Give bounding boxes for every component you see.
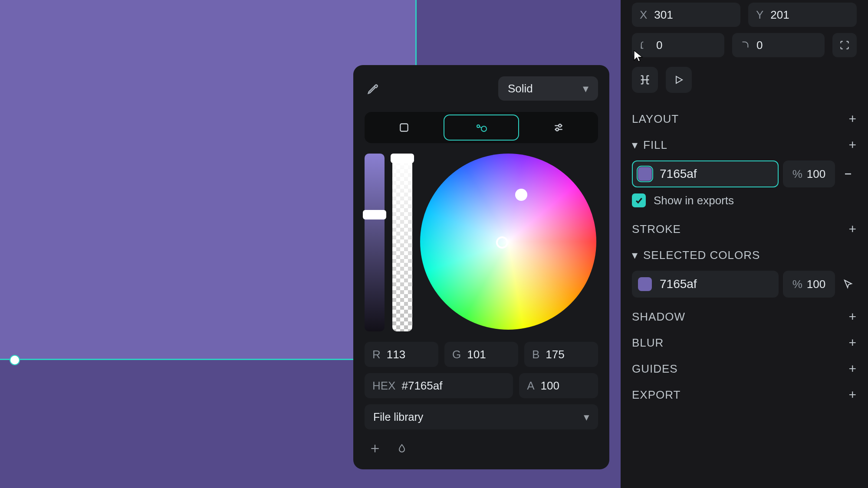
sliders-icon [552,122,565,133]
play-icon [674,75,684,85]
layout-title: LAYOUT [632,112,679,126]
picker-tab-square[interactable] [367,115,441,141]
color-wheel[interactable] [420,154,596,330]
fill-opacity-input[interactable]: % 100 [783,160,835,187]
shadow-title: SHADOW [632,310,685,324]
corner-radius-value: 0 [756,39,763,52]
guides-title: GUIDES [632,362,678,376]
minus-icon [843,169,853,179]
add-swatch-button[interactable] [367,441,383,456]
rotation-field[interactable]: 0 [632,33,724,57]
y-field[interactable]: Y 201 [748,3,857,27]
selected-colors-section-header[interactable]: ▾ SELECTED COLORS [632,242,857,268]
plus-icon[interactable]: + [848,111,857,126]
b-value: 175 [546,348,564,361]
layout-section-header[interactable]: LAYOUT + [632,106,857,132]
pointer-icon [843,278,853,290]
hex-field[interactable]: HEX #7165af [365,373,513,398]
wheel-marker-complement[interactable] [515,189,527,201]
fill-color-input[interactable]: 7165af [632,160,779,187]
alpha-slider[interactable] [392,154,412,331]
selected-color-opacity-input[interactable]: % 100 [783,271,835,298]
fill-entry: 7165af % 100 [632,160,857,187]
corner-radius-icon [740,40,750,50]
show-in-exports-label: Show in exports [654,194,734,207]
alpha-field[interactable]: A 100 [519,373,598,398]
svg-rect-0 [400,124,408,131]
svg-point-1 [477,125,480,128]
expand-radii-button[interactable] [832,33,857,57]
export-section-header[interactable]: EXPORT + [632,382,857,408]
percent-label: % [792,278,802,291]
plus-icon [369,443,381,454]
fill-swatch[interactable] [638,167,652,181]
g-value: 101 [467,348,486,361]
wheel-marker-primary[interactable] [496,236,508,249]
r-value: 113 [387,348,405,361]
guides-section-header[interactable]: GUIDES + [632,356,857,382]
picker-mode-tabs [365,112,598,143]
shadow-section-header[interactable]: SHADOW + [632,304,857,330]
y-value: 201 [770,8,789,22]
brightness-slider[interactable] [365,154,385,331]
svg-point-2 [481,126,487,131]
y-label: Y [756,8,763,22]
chevron-down-icon: ▾ [632,138,638,152]
auto-layout-button[interactable] [632,67,658,93]
plus-icon[interactable]: + [848,138,857,152]
play-prototype-button[interactable] [666,67,692,93]
color-drop-button[interactable] [394,441,410,456]
selection-handle-bottom-left[interactable] [10,355,20,365]
color-picker-panel: Solid ▾ [353,65,609,469]
x-label: X [640,8,647,22]
blur-title: BLUR [632,336,664,350]
x-value: 301 [654,8,673,22]
plus-icon[interactable]: + [848,222,857,236]
plus-icon[interactable]: + [848,361,857,376]
b-field[interactable]: B 175 [524,342,598,367]
selected-color-input[interactable]: 7165af [632,271,779,298]
selected-color-swatch[interactable] [638,277,652,291]
r-field[interactable]: R 113 [365,342,438,367]
selected-colors-title: SELECTED COLORS [643,249,857,262]
blur-section-header[interactable]: BLUR + [632,330,857,356]
eyedropper-icon [367,82,380,95]
svg-line-3 [480,127,482,128]
g-field[interactable]: G 101 [444,342,518,367]
show-in-exports-row[interactable]: Show in exports [632,193,857,207]
fill-type-label: Solid [508,82,533,95]
chevron-down-icon: ▾ [584,411,589,423]
chevron-down-icon: ▾ [583,82,589,95]
eyedropper-button[interactable] [365,80,382,97]
hex-label: HEX [372,379,395,393]
chevron-down-icon: ▾ [632,249,638,262]
fill-title: FILL [643,138,843,152]
alpha-value: 100 [541,379,559,393]
inspector-panel: X 301 Y 201 0 0 LAYOUT + ▾ [621,0,868,488]
library-select[interactable]: File library ▾ [365,404,598,429]
svg-point-7 [556,128,559,131]
export-title: EXPORT [632,388,681,402]
corners-icon [839,39,850,51]
fill-opacity-value: 100 [807,167,825,181]
svg-marker-17 [676,76,682,83]
plus-icon[interactable]: + [848,387,857,402]
fill-section-header[interactable]: ▾ FILL + [632,132,857,158]
x-field[interactable]: X 301 [632,3,740,27]
stroke-section-header[interactable]: STROKE + [632,216,857,242]
brightness-thumb[interactable] [363,210,386,219]
corner-radius-field[interactable]: 0 [732,33,825,57]
fill-hex-value: 7165af [660,167,697,181]
picker-tab-sliders[interactable] [522,115,595,141]
square-icon [398,122,410,133]
show-in-exports-checkbox[interactable] [632,193,646,207]
plus-icon[interactable]: + [848,335,857,350]
remove-fill-button[interactable] [839,165,857,183]
plus-icon[interactable]: + [848,309,857,324]
selected-color-pointer[interactable] [839,275,857,293]
picker-tab-wheel[interactable] [444,115,519,141]
harmony-icon [474,122,488,133]
fill-type-select[interactable]: Solid ▾ [498,76,598,101]
alpha-thumb[interactable] [391,154,414,163]
percent-label: % [792,167,802,181]
